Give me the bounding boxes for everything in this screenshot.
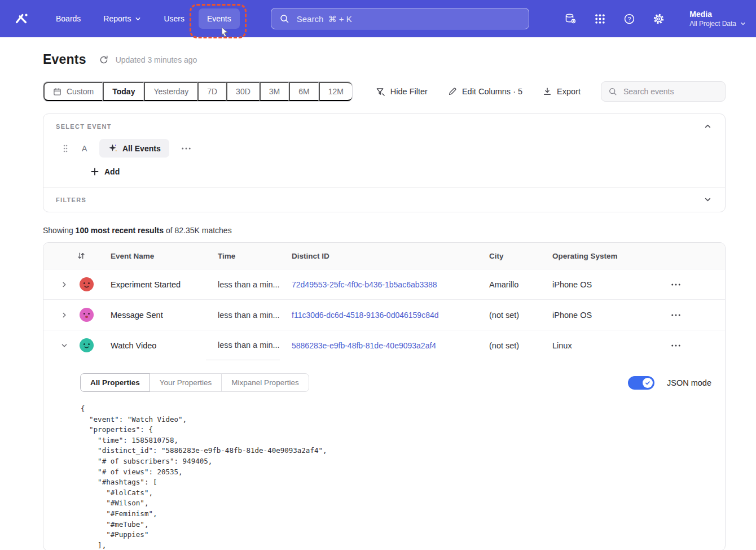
select-event-title: SELECT EVENT bbox=[56, 123, 112, 130]
column-header-event-name[interactable]: Event Name bbox=[99, 252, 206, 260]
event-more-options-button[interactable] bbox=[177, 144, 195, 153]
download-icon bbox=[543, 87, 552, 96]
distinct-id-link[interactable]: 72d49553-25fc-4f0c-b436-1b5ac6ab3388 bbox=[292, 280, 437, 289]
distinct-id-link[interactable]: 5886283e-e9fb-48fb-81de-40e9093a2af4 bbox=[292, 341, 436, 350]
hide-filter-button[interactable]: Hide Filter bbox=[376, 87, 428, 97]
cell-city: (not set) bbox=[477, 300, 540, 330]
cell-time: less than a min... bbox=[206, 269, 280, 299]
nav-item-reports-label: Reports bbox=[103, 14, 131, 23]
all-events-sparkle-icon bbox=[108, 143, 117, 153]
sort-icon[interactable] bbox=[55, 251, 99, 260]
global-search-input[interactable] bbox=[296, 14, 521, 24]
event-picker-label: All Events bbox=[122, 144, 161, 153]
page-title: Events bbox=[43, 52, 86, 67]
distinct-id-link[interactable]: f11c30d6-dc6d-4518-9136-0d046159c84d bbox=[292, 311, 439, 320]
add-event-button[interactable]: Add bbox=[91, 167, 120, 176]
plus-icon bbox=[91, 168, 99, 176]
cell-distinct-id: 5886283e-e9fb-48fb-81de-40e9093a2af4 bbox=[280, 330, 477, 360]
collapse-row-chevron-down-icon[interactable] bbox=[55, 330, 74, 360]
drag-handle-icon[interactable] bbox=[63, 144, 68, 153]
cell-time: less than a min... bbox=[206, 300, 280, 330]
main-content: Events Updated 3 minutes ago Custom bbox=[0, 37, 756, 550]
search-events-input[interactable] bbox=[622, 86, 718, 97]
column-header-distinct-id[interactable]: Distinct ID bbox=[280, 252, 477, 260]
range-custom-button[interactable]: Custom bbox=[43, 82, 103, 101]
toggle-knob bbox=[643, 378, 653, 388]
navbar-right: ? Media All Project Data bbox=[564, 9, 746, 28]
json-mode-label: JSON mode bbox=[667, 378, 711, 387]
range-custom-label: Custom bbox=[67, 87, 94, 96]
range-12m-button[interactable]: 12M bbox=[319, 82, 352, 101]
cell-os: Linux bbox=[540, 330, 661, 360]
event-json-view: { "event": "Watch Video", "properties": … bbox=[81, 404, 711, 550]
table-row: Experiment Started less than a min... 72… bbox=[43, 269, 725, 300]
search-events-box[interactable] bbox=[601, 81, 726, 102]
edit-columns-button[interactable]: Edit Columns · 5 bbox=[448, 87, 522, 96]
range-6m-button[interactable]: 6M bbox=[289, 82, 318, 101]
nav-item-events[interactable]: Events bbox=[199, 8, 240, 29]
collapse-chevron-up-icon[interactable] bbox=[704, 123, 711, 130]
range-3m-button[interactable]: 3M bbox=[260, 82, 289, 101]
column-header-time[interactable]: Time bbox=[206, 252, 280, 260]
check-icon bbox=[645, 380, 650, 386]
page-header: Events Updated 3 minutes ago bbox=[43, 52, 726, 67]
search-icon bbox=[608, 87, 617, 96]
export-label: Export bbox=[557, 87, 581, 96]
global-search[interactable] bbox=[271, 8, 529, 29]
settings-gear-icon[interactable] bbox=[652, 12, 665, 25]
properties-tabs: All Properties Your Properties Mixpanel … bbox=[80, 373, 309, 392]
mixpanel-logo[interactable] bbox=[11, 8, 32, 29]
results-suffix: of 82.35K matches bbox=[164, 226, 232, 235]
tab-all-properties[interactable]: All Properties bbox=[80, 373, 150, 392]
json-mode-toggle[interactable] bbox=[628, 376, 654, 390]
cell-city: (not set) bbox=[477, 330, 540, 360]
apps-grid-icon[interactable] bbox=[594, 12, 606, 25]
nav-item-reports[interactable]: Reports bbox=[95, 8, 150, 29]
row-more-options-button[interactable] bbox=[661, 269, 725, 299]
mixpanel-logo-icon bbox=[14, 11, 29, 26]
refresh-icon[interactable] bbox=[99, 55, 109, 65]
column-header-city[interactable]: City bbox=[477, 252, 540, 260]
data-management-icon[interactable] bbox=[564, 12, 577, 25]
toolbar-right: Hide Filter Edit Columns · 5 Export bbox=[376, 81, 726, 102]
row-more-options-button[interactable] bbox=[661, 300, 725, 330]
range-today-button[interactable]: Today bbox=[103, 82, 144, 101]
tab-mixpanel-properties[interactable]: Mixpanel Properties bbox=[221, 373, 309, 392]
results-prefix: Showing bbox=[43, 226, 76, 235]
table-header-row: Event Name Time Distinct ID City Operati… bbox=[43, 243, 725, 269]
range-30d-button[interactable]: 30D bbox=[226, 82, 260, 101]
toolbar: Custom Today Yesterday 7D 30D 3M 6M 12M … bbox=[43, 81, 726, 102]
filter-funnel-icon bbox=[376, 87, 385, 97]
export-button[interactable]: Export bbox=[543, 87, 581, 96]
hide-filter-label: Hide Filter bbox=[390, 87, 428, 96]
nav-item-users[interactable]: Users bbox=[155, 8, 193, 29]
expand-row-chevron-right-icon[interactable] bbox=[55, 300, 74, 330]
cell-os: iPhone OS bbox=[540, 300, 661, 330]
cell-distinct-id: f11c30d6-dc6d-4518-9136-0d046159c84d bbox=[280, 300, 477, 330]
event-avatar bbox=[74, 269, 99, 299]
edit-columns-label: Edit Columns · 5 bbox=[462, 87, 522, 96]
pencil-icon bbox=[448, 87, 457, 96]
tab-your-properties[interactable]: Your Properties bbox=[150, 373, 222, 392]
chevron-down-icon bbox=[135, 16, 141, 22]
table-row-expanded: Watch Video less than a min... 5886283e-… bbox=[43, 330, 725, 360]
cell-distinct-id: 72d49553-25fc-4f0c-b436-1b5ac6ab3388 bbox=[280, 269, 477, 299]
svg-text:?: ? bbox=[627, 15, 631, 22]
cell-event-name: Message Sent bbox=[99, 300, 206, 330]
row-detail-panel: All Properties Your Properties Mixpanel … bbox=[43, 360, 725, 550]
cell-event-name: Experiment Started bbox=[99, 269, 206, 299]
range-7d-button[interactable]: 7D bbox=[197, 82, 226, 101]
nav-item-boards[interactable]: Boards bbox=[47, 8, 89, 29]
range-yesterday-button[interactable]: Yesterday bbox=[144, 82, 197, 101]
row-more-options-button[interactable] bbox=[661, 330, 725, 360]
cell-event-name: Watch Video bbox=[99, 330, 206, 360]
help-icon[interactable]: ? bbox=[623, 12, 635, 25]
event-picker-button[interactable]: All Events bbox=[99, 139, 169, 158]
cell-city: Amarillo bbox=[477, 269, 540, 299]
search-icon bbox=[279, 14, 289, 24]
project-switcher[interactable]: Media All Project Data bbox=[689, 9, 746, 28]
date-range-group: Custom Today Yesterday 7D 30D 3M 6M 12M bbox=[43, 81, 353, 102]
column-header-os[interactable]: Operating System bbox=[540, 252, 661, 260]
expand-row-chevron-right-icon[interactable] bbox=[55, 269, 74, 299]
filters-section-toggle[interactable]: FILTERS bbox=[43, 187, 725, 212]
